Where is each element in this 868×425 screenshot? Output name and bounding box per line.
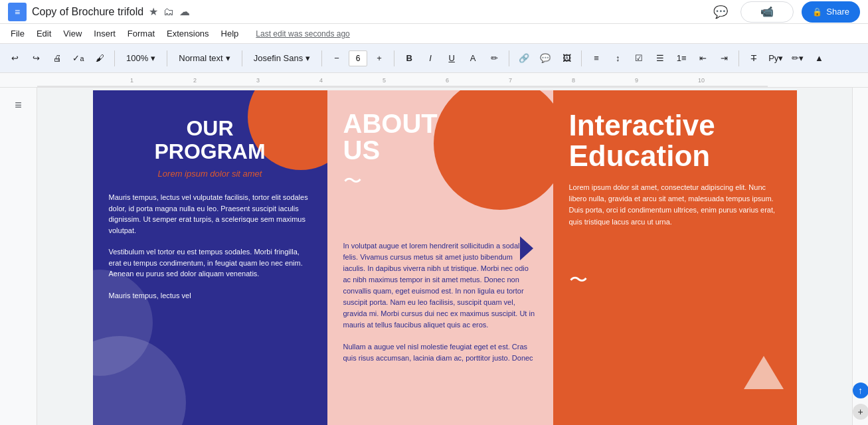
- svg-text:10: 10: [698, 77, 705, 84]
- svg-text:7: 7: [509, 77, 512, 84]
- zoom-value: 100%: [126, 53, 148, 63]
- sidebar-left: ≡: [0, 88, 37, 425]
- divider6: [509, 50, 509, 66]
- font-size-increase[interactable]: +: [370, 49, 389, 68]
- zoom-chevron: ▾: [151, 53, 155, 63]
- meet-button[interactable]: 📹: [740, 1, 794, 23]
- menu-bar: File Edit View Insert Format Extensions …: [0, 24, 868, 44]
- right-title-line2: Education: [569, 139, 711, 172]
- interactive-title: Interactive Education: [569, 110, 781, 171]
- textcolor-button[interactable]: A: [464, 49, 482, 68]
- about-line2: US: [343, 135, 381, 165]
- last-edit: Last edit was seconds ago: [256, 29, 349, 39]
- top-bar-right: 💬 📹 Share: [709, 0, 860, 24]
- link-button[interactable]: 🔗: [515, 49, 533, 68]
- triangle-right-decoration: [744, 356, 784, 389]
- outdent-button[interactable]: ⇤: [693, 49, 712, 68]
- ruler: 1 2 3 4 5 6 7 8 9 10: [0, 73, 868, 88]
- image-button[interactable]: 🖼: [557, 49, 576, 68]
- font-size-decrease[interactable]: −: [327, 49, 346, 68]
- about-line1: ABOUT: [343, 109, 438, 138]
- share-button[interactable]: Share: [802, 1, 860, 23]
- menu-edit[interactable]: Edit: [31, 26, 56, 41]
- more-options-button[interactable]: Py▾: [766, 49, 786, 68]
- wave-symbol: 〜: [343, 169, 537, 194]
- spellcheck-button[interactable]: ✓a: [69, 49, 88, 68]
- toolbar: ↩ ↪ 🖨 ✓a 🖌 100% ▾ Normal text ▾ Josefin …: [0, 44, 868, 73]
- left-body-text3: Mauris tempus, lectus vel: [109, 290, 311, 301]
- numberedlist-button[interactable]: 1≡: [672, 49, 691, 68]
- menu-extensions[interactable]: Extensions: [161, 26, 215, 41]
- align-button[interactable]: ≡: [587, 49, 606, 68]
- menu-view[interactable]: View: [58, 26, 87, 41]
- doc-icon: [8, 3, 27, 21]
- cloud-icon[interactable]: ☁: [179, 5, 190, 18]
- divider7: [581, 50, 582, 66]
- svg-text:2: 2: [193, 77, 197, 84]
- collapse-button[interactable]: ▲: [810, 49, 828, 68]
- lorem-subtitle: Lorem ipsum dolor sit amet: [109, 169, 311, 179]
- indent-button[interactable]: ⇥: [715, 49, 733, 68]
- checklist-button[interactable]: ☑: [630, 49, 648, 68]
- our-program-title: OUR PROGRAM: [109, 117, 311, 163]
- print-button[interactable]: 🖨: [48, 49, 66, 68]
- right-body-text: Lorem ipsum dolor sit amet, consectetur …: [569, 182, 781, 227]
- menu-file[interactable]: File: [5, 26, 30, 41]
- panel-left: OUR PROGRAM Lorem ipsum dolor sit amet M…: [93, 90, 327, 425]
- svg-text:1: 1: [130, 77, 133, 84]
- bulletlist-button[interactable]: ☰: [651, 49, 669, 68]
- scroll-down-button[interactable]: +: [853, 404, 869, 420]
- svg-text:6: 6: [446, 77, 449, 84]
- comments-button[interactable]: 💬: [709, 0, 733, 24]
- font-value: Josefin Sans: [254, 53, 303, 63]
- font-dropdown[interactable]: Josefin Sans ▾: [248, 49, 316, 68]
- style-dropdown[interactable]: Normal text ▾: [173, 49, 236, 68]
- comment-button[interactable]: 💬: [536, 49, 555, 68]
- menu-format[interactable]: Format: [122, 26, 160, 41]
- menu-help[interactable]: Help: [216, 26, 244, 41]
- linespacing-button[interactable]: ↕: [608, 49, 627, 68]
- divider5: [394, 50, 394, 66]
- title-icons: ★ 🗂 ☁: [149, 5, 190, 18]
- edit-mode-button[interactable]: ✏▾: [788, 49, 807, 68]
- panel-right: Interactive Education Lorem ipsum dolor …: [553, 90, 797, 425]
- center-body-text1: In volutpat augue et lorem hendrerit sol…: [343, 240, 537, 331]
- document-area[interactable]: OUR PROGRAM Lorem ipsum dolor sit amet M…: [37, 88, 852, 425]
- doc-title: Copy of Brochure trifold: [32, 6, 143, 18]
- brochure: OUR PROGRAM Lorem ipsum dolor sit amet M…: [93, 90, 797, 425]
- menu-insert[interactable]: Insert: [88, 26, 121, 41]
- ruler-svg: 1 2 3 4 5 6 7 8 9 10: [37, 73, 768, 88]
- center-body-text2: Nullam a augue vel nisl molestie feugiat…: [343, 341, 537, 364]
- paintformat-button[interactable]: 🖌: [90, 49, 109, 68]
- star-icon[interactable]: ★: [149, 5, 158, 18]
- svg-text:5: 5: [383, 77, 386, 84]
- main-area: ≡ OUR PROGRAM Lorem ipsum dolor sit amet…: [0, 88, 868, 425]
- scroll-to-top-button[interactable]: ↑: [853, 382, 869, 398]
- clear-format-button[interactable]: T̶: [744, 49, 763, 68]
- right-title-line1: Interactive: [569, 109, 715, 141]
- svg-text:8: 8: [572, 77, 575, 84]
- italic-button[interactable]: I: [421, 49, 440, 68]
- about-us-title: ABOUT US: [343, 110, 537, 163]
- highlight-button[interactable]: ✏: [485, 49, 503, 68]
- undo-button[interactable]: ↩: [5, 49, 24, 68]
- folder-icon[interactable]: 🗂: [163, 6, 174, 18]
- svg-text:3: 3: [256, 77, 260, 84]
- style-chevron: ▾: [226, 53, 230, 63]
- font-size-input[interactable]: [349, 50, 367, 66]
- divider1: [114, 50, 115, 66]
- panel-center: ABOUT US 〜 In volutpat augue et lorem he…: [327, 90, 553, 425]
- wave-right: 〜: [569, 268, 781, 293]
- divider4: [321, 50, 322, 66]
- bold-button[interactable]: B: [400, 49, 418, 68]
- share-label: Share: [826, 7, 849, 17]
- style-value: Normal text: [179, 53, 222, 63]
- svg-text:4: 4: [319, 77, 323, 84]
- redo-button[interactable]: ↪: [27, 49, 45, 68]
- zoom-dropdown[interactable]: 100% ▾: [120, 49, 161, 68]
- sidebar-outline-icon[interactable]: ≡: [7, 93, 31, 117]
- title-line1: OUR: [186, 116, 233, 140]
- underline-button[interactable]: U: [442, 49, 461, 68]
- divider2: [167, 50, 167, 66]
- svg-text:9: 9: [635, 77, 638, 84]
